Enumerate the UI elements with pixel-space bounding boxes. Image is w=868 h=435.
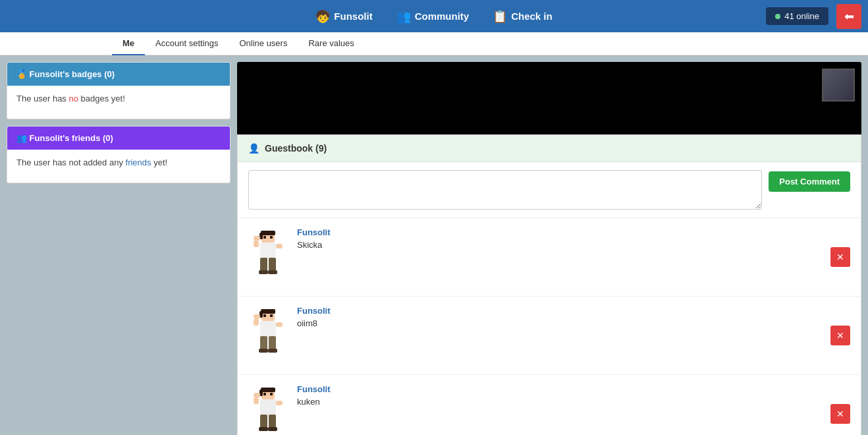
pixel-character-3	[252, 386, 285, 436]
delete-icon-3: ✕	[836, 409, 844, 419]
friends-link[interactable]: friends	[126, 158, 151, 167]
funsolit-icon: 🧒	[315, 9, 330, 24]
svg-rect-34	[276, 401, 283, 405]
badges-body: The user has no badges yet!	[7, 86, 230, 119]
svg-rect-12	[268, 270, 277, 274]
entry-message-3: kuken	[297, 397, 821, 407]
table-row: Funsolit oiim8 ✕	[238, 297, 861, 375]
svg-rect-8	[276, 244, 283, 248]
guestbook-container: 👤 Guestbook (9) Post Comment	[237, 134, 861, 435]
profile-banner	[237, 62, 861, 134]
svg-rect-35	[260, 415, 267, 429]
delete-entry-2-button[interactable]: ✕	[830, 326, 850, 345]
svg-rect-29	[263, 393, 266, 395]
entry-content-1: Funsolit Skicka	[297, 227, 821, 250]
exit-icon: ⬅	[844, 9, 854, 24]
friends-header-text: 👥 Funsolit's friends (0)	[16, 133, 113, 143]
guestbook-icon: 👤	[248, 143, 259, 154]
svg-rect-32	[254, 393, 260, 397]
svg-rect-33	[254, 397, 259, 404]
svg-rect-25	[268, 349, 277, 353]
pixel-character-1	[252, 229, 285, 285]
exit-button[interactable]: ⬅	[836, 4, 861, 29]
svg-rect-16	[263, 314, 266, 317]
svg-rect-1	[261, 231, 275, 235]
friends-header: 👥 Funsolit's friends (0)	[7, 127, 230, 150]
checkin-icon: 📋	[493, 9, 507, 24]
svg-rect-22	[260, 336, 267, 351]
friends-empty-text: The user has not added any friends yet!	[16, 158, 167, 167]
svg-rect-20	[254, 319, 259, 326]
svg-rect-21	[276, 322, 283, 327]
svg-rect-37	[259, 427, 268, 431]
profile-avatar-corner	[822, 69, 855, 102]
subnav-online-users[interactable]: Online users	[229, 32, 298, 55]
entry-avatar-1	[248, 227, 288, 287]
entry-username-1[interactable]: Funsolit	[297, 227, 821, 237]
online-badge: 41 online	[766, 7, 828, 25]
delete-icon-1: ✕	[836, 252, 844, 262]
entry-message-2: oiim8	[297, 318, 821, 328]
nav-funsolit-label: Funsolit	[334, 11, 372, 22]
nav-checkin-label: Check in	[511, 11, 553, 22]
entry-avatar-2	[248, 306, 288, 365]
subnav-me[interactable]: Me	[112, 32, 145, 55]
nav-items: 🧒 Funsolit 👥 Community 📋 Check in	[7, 0, 861, 32]
svg-rect-18	[260, 321, 276, 337]
guestbook-entries: Funsolit Skicka ✕	[238, 218, 861, 435]
post-comment-label: Post Comment	[779, 177, 840, 187]
entry-message-1: Skicka	[297, 240, 821, 250]
table-row: Funsolit kuken ✕	[238, 375, 861, 435]
avatar-image	[823, 70, 854, 100]
svg-rect-31	[260, 399, 276, 416]
online-dot	[775, 14, 780, 19]
svg-rect-23	[269, 336, 276, 351]
svg-rect-17	[270, 314, 273, 317]
community-icon: 👥	[396, 9, 411, 24]
no-highlight: no	[69, 94, 78, 103]
badges-section: 🏅 Funsolit's badges (0) The user has no …	[7, 62, 231, 119]
sub-navbar: Me Account settings Online users Rare va…	[0, 32, 868, 55]
subnav-rare-values[interactable]: Rare values	[298, 32, 364, 55]
nav-checkin[interactable]: 📋 Check in	[481, 0, 564, 32]
svg-rect-38	[268, 427, 277, 431]
entry-username-3[interactable]: Funsolit	[297, 384, 821, 394]
svg-rect-14	[261, 309, 275, 314]
svg-rect-4	[270, 236, 273, 239]
svg-rect-5	[260, 243, 276, 259]
badges-header: 🏅 Funsolit's badges (0)	[7, 63, 230, 86]
nav-community[interactable]: 👥 Community	[385, 0, 481, 32]
post-comment-button[interactable]: Post Comment	[769, 171, 850, 192]
top-navbar: 🧒 Funsolit 👥 Community 📋 Check in 41 onl…	[0, 0, 868, 32]
nav-funsolit[interactable]: 🧒 Funsolit	[304, 0, 384, 32]
guestbook-header: 👤 Guestbook (9)	[238, 135, 861, 162]
guestbook-input-area: Post Comment	[238, 162, 861, 218]
badges-header-text: 🏅 Funsolit's badges (0)	[16, 69, 115, 79]
online-count: 41 online	[784, 11, 819, 21]
table-row: Funsolit Skicka ✕	[238, 218, 861, 297]
comment-textarea[interactable]	[248, 170, 762, 210]
svg-rect-11	[259, 270, 268, 274]
entry-content-3: Funsolit kuken	[297, 384, 821, 407]
svg-rect-27	[261, 388, 275, 392]
entry-username-2[interactable]: Funsolit	[297, 306, 821, 316]
right-content: 👤 Guestbook (9) Post Comment	[237, 62, 861, 435]
svg-rect-7	[254, 241, 259, 247]
svg-rect-19	[254, 314, 260, 319]
nav-community-label: Community	[415, 11, 470, 22]
sidebar: 🏅 Funsolit's badges (0) The user has no …	[7, 62, 231, 435]
delete-entry-3-button[interactable]: ✕	[830, 404, 850, 424]
entry-content-2: Funsolit oiim8	[297, 306, 821, 328]
delete-icon-2: ✕	[836, 330, 844, 341]
main-content: 🏅 Funsolit's badges (0) The user has no …	[0, 55, 868, 435]
svg-rect-6	[254, 236, 260, 241]
friends-body: The user has not added any friends yet!	[7, 150, 230, 183]
delete-entry-1-button[interactable]: ✕	[830, 247, 850, 267]
guestbook-title: Guestbook (9)	[265, 143, 327, 154]
svg-rect-30	[270, 393, 273, 395]
friends-section: 👥 Funsolit's friends (0) The user has no…	[7, 126, 231, 183]
svg-rect-24	[259, 349, 268, 353]
subnav-account-settings[interactable]: Account settings	[145, 32, 229, 55]
svg-rect-3	[263, 236, 266, 239]
pixel-character-2	[252, 308, 285, 364]
